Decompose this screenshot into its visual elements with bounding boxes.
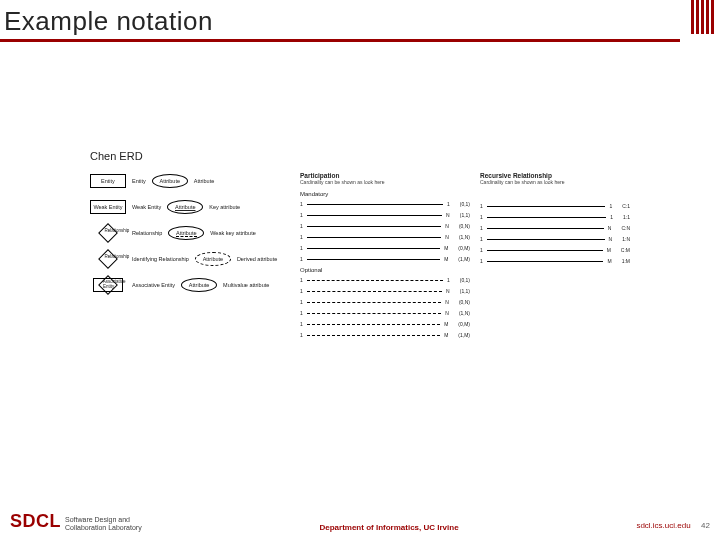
shape-label: Weak Entity xyxy=(132,204,161,210)
attr-label: Weak key attribute xyxy=(210,230,255,236)
footer: SDCL Software Design and Collaboration L… xyxy=(0,511,720,532)
ident-rel-shape: Relationship xyxy=(98,249,118,269)
recursive-column: Recursive Relationship Cardinality can b… xyxy=(480,172,630,343)
relation-row: 1M(1,M) xyxy=(300,332,470,338)
attr-label: Attribute xyxy=(194,178,214,184)
recursive-subtitle: Cardinality can be shown as look here xyxy=(480,179,630,185)
recursive-title: Recursive Relationship xyxy=(480,172,630,179)
department-text: Department of Informatics, UC Irvine xyxy=(319,523,458,532)
relation-row: 1N(1,1) xyxy=(300,288,470,294)
content-area: Chen ERD Entity Entity Attribute Attribu… xyxy=(90,150,660,343)
attr-label: Key attribute xyxy=(209,204,240,210)
title-bar: Example notation xyxy=(0,0,720,42)
attr-label: Multivalue attribute xyxy=(223,282,269,288)
relation-row: 1M(1,M) xyxy=(300,256,470,262)
page-number: 42 xyxy=(701,521,710,530)
sdcl-text: SDCL xyxy=(10,511,61,532)
relation-row: 1N(1,1) xyxy=(300,212,470,218)
relation-row: 11C:1 xyxy=(480,203,630,209)
relation-row: 1M1:M xyxy=(480,258,630,264)
sdcl-logo: SDCL Software Design and Collaboration L… xyxy=(10,511,142,532)
participation-title: Participation xyxy=(300,172,470,179)
attr-label: Derived attribute xyxy=(237,256,277,262)
mandatory-heading: Mandatory xyxy=(300,191,470,197)
relation-row: 1N(1,N) xyxy=(300,234,470,240)
shape-label: Identifying Relationship xyxy=(132,256,189,262)
footer-right: sdcl.ics.uci.edu 42 xyxy=(636,514,710,532)
relation-row: 1N(0,N) xyxy=(300,223,470,229)
sdcl-subtitle: Software Design and Collaboration Labora… xyxy=(65,516,142,532)
weak-entity-shape: Weak Entity xyxy=(90,200,126,214)
slide-title: Example notation xyxy=(0,0,720,39)
shape-label: Relationship xyxy=(132,230,162,236)
participation-subtitle: Cardinality can be shown as look here xyxy=(300,179,470,185)
slide: Example notation Chen ERD Entity Entity … xyxy=(0,0,720,540)
shape-row: Entity Entity Attribute Attribute xyxy=(90,172,290,190)
shape-label: Associative Entity xyxy=(132,282,175,288)
url-text: sdcl.ics.uci.edu xyxy=(636,521,690,530)
shape-row: Relationship Relationship Attribute Weak… xyxy=(90,224,290,242)
relation-row: 1NC:N xyxy=(480,225,630,231)
relation-row: 1M(0,M) xyxy=(300,245,470,251)
shape-row: Relationship Identifying Relationship At… xyxy=(90,250,290,268)
key-attr-shape: Attribute xyxy=(167,200,203,214)
relation-row: 11(0,1) xyxy=(300,201,470,207)
shapes-column: Entity Entity Attribute Attribute Weak E… xyxy=(90,172,290,343)
shape-row: Associative Entity Associative Entity At… xyxy=(90,276,290,294)
multival-attr-shape: Attribute xyxy=(181,278,217,292)
relation-row: 111:1 xyxy=(480,214,630,220)
relation-row: 1M(0,M) xyxy=(300,321,470,327)
participation-column: Participation Cardinality can be shown a… xyxy=(300,172,470,343)
relation-row: 1N1:N xyxy=(480,236,630,242)
relation-row: 1N(1,N) xyxy=(300,310,470,316)
content-heading: Chen ERD xyxy=(90,150,660,162)
title-rule xyxy=(0,39,680,42)
relation-row: 1MC:M xyxy=(480,247,630,253)
derived-attr-shape: Attribute xyxy=(195,252,231,266)
weak-key-attr-shape: Attribute xyxy=(168,226,204,240)
entity-shape: Entity xyxy=(90,174,126,188)
attr-shape: Attribute xyxy=(152,174,188,188)
relation-row: 1N(0,N) xyxy=(300,299,470,305)
corner-decoration xyxy=(691,0,714,34)
shape-label: Entity xyxy=(132,178,146,184)
relationship-shape: Relationship xyxy=(98,223,118,243)
optional-heading: Optional xyxy=(300,267,470,273)
relation-row: 11(0,1) xyxy=(300,277,470,283)
shape-row: Weak Entity Weak Entity Attribute Key at… xyxy=(90,198,290,216)
